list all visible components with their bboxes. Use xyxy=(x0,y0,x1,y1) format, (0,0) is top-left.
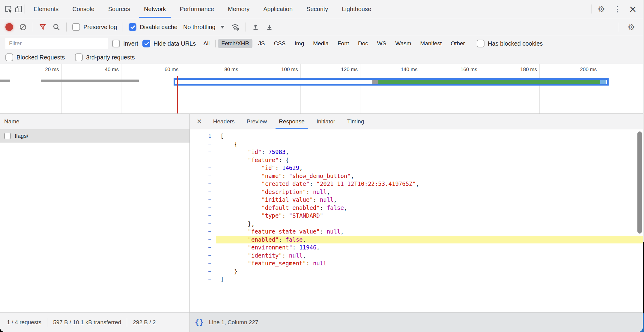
status-bar: 1 / 4 requests597 B / 10.1 kB transferre… xyxy=(0,312,643,332)
invert-checkbox[interactable] xyxy=(112,40,120,47)
request-row-checkbox[interactable] xyxy=(4,133,11,139)
fold-marker[interactable]: − xyxy=(190,228,216,236)
tab-label: Lighthouse xyxy=(342,6,371,13)
filter-chip-js[interactable]: JS xyxy=(255,39,268,48)
timeline-gridline xyxy=(181,64,181,113)
fold-marker[interactable]: − xyxy=(190,156,216,164)
network-settings-gear-icon[interactable]: ⚙ xyxy=(624,22,639,32)
fold-marker[interactable]: − xyxy=(190,196,216,204)
detail-tab-response[interactable]: Response xyxy=(273,114,311,129)
has-blocked-cookies-group: Has blocked cookies xyxy=(477,40,543,47)
request-row[interactable]: flags/ xyxy=(0,129,189,143)
blocked-requests-label: Blocked Requests xyxy=(16,54,65,61)
detail-tab-timing[interactable]: Timing xyxy=(341,114,370,129)
filter-chip-img[interactable]: Img xyxy=(291,39,308,48)
fold-marker[interactable]: − xyxy=(190,252,216,260)
tab-sources[interactable]: Sources xyxy=(101,0,137,18)
code-line: − "environment": 11946, xyxy=(190,243,643,252)
code-line: − "id": 75983, xyxy=(190,148,643,156)
has-blocked-cookies-checkbox[interactable] xyxy=(477,40,484,47)
disable-cache-checkbox[interactable] xyxy=(129,23,136,31)
tab-application[interactable]: Application xyxy=(256,0,300,18)
filter-chip-fetch-xhr[interactable]: Fetch/XHR xyxy=(218,39,252,48)
import-har-icon[interactable] xyxy=(252,23,260,31)
blocked-requests-checkbox[interactable] xyxy=(5,53,13,61)
fold-marker[interactable]: − xyxy=(190,267,216,276)
fold-marker[interactable]: − xyxy=(190,212,216,220)
clear-network-log-icon[interactable] xyxy=(19,23,27,31)
fold-marker[interactable]: − xyxy=(190,243,216,252)
detail-tab-label: Preview xyxy=(247,118,267,125)
fold-marker[interactable]: − xyxy=(190,259,216,267)
filter-chip-wasm[interactable]: Wasm xyxy=(392,39,414,48)
tab-elements[interactable]: Elements xyxy=(27,0,65,18)
pretty-print-braces-icon[interactable]: {} xyxy=(195,318,204,326)
third-party-requests-checkbox[interactable] xyxy=(75,53,83,61)
export-har-icon[interactable] xyxy=(265,23,273,31)
detail-tab-headers[interactable]: Headers xyxy=(207,114,241,129)
hide-data-urls-checkbox[interactable] xyxy=(142,40,150,47)
settings-gear-icon[interactable]: ⚙ xyxy=(594,4,609,14)
timeline-tick-label: 140 ms xyxy=(401,67,418,73)
requests-pane: Name flags/ xyxy=(0,114,190,312)
close-devtools-icon[interactable]: × xyxy=(626,3,640,15)
fold-marker[interactable]: − xyxy=(190,164,216,172)
tab-lighthouse[interactable]: Lighthouse xyxy=(335,0,378,18)
timeline-gridline xyxy=(599,64,599,113)
preserve-log-checkbox[interactable] xyxy=(72,23,80,31)
code-text: { xyxy=(216,140,643,148)
network-overview-timeline[interactable]: 20 ms40 ms60 ms80 ms100 ms120 ms140 ms16… xyxy=(0,64,643,114)
page-event-line xyxy=(177,76,178,113)
tab-performance[interactable]: Performance xyxy=(173,0,221,18)
timeline-tick-label: 60 ms xyxy=(165,67,178,73)
fold-marker[interactable]: − xyxy=(190,188,216,196)
filter-funnel-icon[interactable] xyxy=(39,23,47,31)
throttling-dropdown[interactable]: No throttling xyxy=(183,24,225,31)
filter-chip-media[interactable]: Media xyxy=(310,39,332,48)
summary-item: 1 / 4 requests xyxy=(7,319,41,326)
inspect-element-icon[interactable] xyxy=(4,5,13,13)
code-line: − "identity": null, xyxy=(190,252,643,260)
record-network-log-icon[interactable] xyxy=(5,23,13,31)
detail-tab-preview[interactable]: Preview xyxy=(241,114,273,129)
name-column-header[interactable]: Name xyxy=(0,114,189,129)
fold-marker[interactable]: − xyxy=(190,220,216,228)
filter-chip-css[interactable]: CSS xyxy=(270,39,289,48)
fold-marker[interactable]: − xyxy=(190,180,216,188)
filter-chip-font[interactable]: Font xyxy=(334,39,352,48)
tab-security[interactable]: Security xyxy=(300,0,335,18)
tab-label: Console xyxy=(72,6,94,13)
filter-chip-ws[interactable]: WS xyxy=(374,39,390,48)
divider xyxy=(618,23,618,32)
fold-marker[interactable]: − xyxy=(190,236,216,244)
device-toolbar-icon[interactable] xyxy=(14,5,23,13)
timeline-gridline xyxy=(539,64,540,113)
filter-chip-all[interactable]: All xyxy=(200,39,213,48)
timeline-tick-label: 80 ms xyxy=(224,67,238,73)
fold-marker[interactable]: − xyxy=(190,204,216,212)
network-conditions-icon[interactable] xyxy=(230,23,240,31)
fold-marker[interactable]: − xyxy=(190,172,216,180)
filter-input[interactable] xyxy=(5,38,108,49)
fold-marker[interactable]: − xyxy=(190,148,216,156)
search-icon[interactable] xyxy=(52,23,61,31)
vertical-scrollbar-thumb[interactable] xyxy=(637,131,642,234)
tab-network[interactable]: Network xyxy=(137,0,173,18)
detail-tab-initiator[interactable]: Initiator xyxy=(311,114,341,129)
filter-chip-manifest[interactable]: Manifest xyxy=(417,39,445,48)
main-tabbar-tabs: ElementsConsoleSourcesNetworkPerformance… xyxy=(27,0,378,18)
summary-item: 597 B / 10.1 kB transferred xyxy=(53,319,121,326)
filter-chip-other[interactable]: Other xyxy=(447,39,468,48)
fold-marker[interactable]: − xyxy=(190,140,216,148)
detail-tab-label: Response xyxy=(279,118,305,125)
tab-memory[interactable]: Memory xyxy=(221,0,256,18)
code-status-bar: {} Line 1, Column 227 xyxy=(190,312,643,332)
request-rows: flags/ xyxy=(0,129,189,143)
filter-chip-doc[interactable]: Doc xyxy=(355,39,371,48)
fold-marker[interactable]: − xyxy=(190,275,216,283)
code-text: ] xyxy=(216,275,643,283)
kebab-menu-icon[interactable]: ⋮ xyxy=(611,5,624,14)
tab-console[interactable]: Console xyxy=(65,0,101,18)
detail-tab-label: Headers xyxy=(213,118,235,125)
close-details-icon[interactable]: × xyxy=(192,114,207,129)
